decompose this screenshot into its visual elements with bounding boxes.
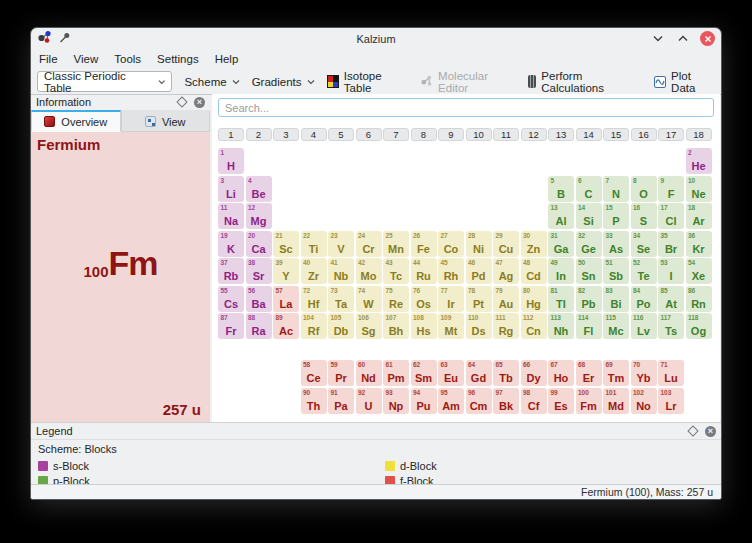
element-cell-Na[interactable]: 11Na [218,203,244,229]
element-cell-Nh[interactable]: 113Nh [548,313,574,339]
element-cell-Al[interactable]: 13Al [548,203,574,229]
element-cell-Zn[interactable]: 30Zn [521,231,547,257]
element-cell-Sg[interactable]: 106Sg [356,313,382,339]
element-cell-F[interactable]: 9F [658,176,684,202]
element-cell-Lv[interactable]: 116Lv [631,313,657,339]
element-cell-Ds[interactable]: 110Ds [466,313,492,339]
menu-settings[interactable]: Settings [157,53,199,65]
element-cell-O[interactable]: 8O [631,176,657,202]
element-cell-Tl[interactable]: 81Tl [548,286,574,312]
menu-tools[interactable]: Tools [114,53,141,65]
element-cell-Eu[interactable]: 63Eu [438,360,464,386]
element-cell-Fm[interactable]: 100Fm [576,388,602,414]
element-cell-Ce[interactable]: 58Ce [301,360,327,386]
element-cell-Sc[interactable]: 21Sc [273,231,299,257]
element-cell-W[interactable]: 74W [356,286,382,312]
search-input[interactable] [218,98,714,117]
perform-calculations-button[interactable]: Perform Calculations [528,70,642,94]
element-cell-Cs[interactable]: 55Cs [218,286,244,312]
element-cell-Rb[interactable]: 37Rb [218,258,244,284]
element-cell-Ru[interactable]: 44Ru [411,258,437,284]
element-cell-Zr[interactable]: 40Zr [301,258,327,284]
element-cell-Os[interactable]: 76Os [411,286,437,312]
element-cell-C[interactable]: 6C [576,176,602,202]
element-cell-B[interactable]: 5B [548,176,574,202]
element-cell-Co[interactable]: 27Co [438,231,464,257]
element-cell-Si[interactable]: 14Si [576,203,602,229]
gradients-menu-button[interactable]: Gradients [252,76,315,88]
menu-file[interactable]: File [39,53,58,65]
close-panel-icon[interactable]: × [705,426,716,437]
element-cell-N[interactable]: 7N [603,176,629,202]
element-cell-Ar[interactable]: 18Ar [686,203,712,229]
element-cell-Mn[interactable]: 25Mn [383,231,409,257]
element-cell-Rn[interactable]: 86Rn [686,286,712,312]
element-cell-Ts[interactable]: 117Ts [658,313,684,339]
element-cell-Bi[interactable]: 83Bi [603,286,629,312]
element-cell-As[interactable]: 33As [603,231,629,257]
element-cell-Ne[interactable]: 10Ne [686,176,712,202]
element-cell-Lr[interactable]: 103Lr [658,388,684,414]
element-cell-Po[interactable]: 84Po [631,286,657,312]
element-cell-Yb[interactable]: 70Yb [631,360,657,386]
element-cell-Pt[interactable]: 78Pt [466,286,492,312]
tab-overview[interactable]: Overview [31,110,121,132]
element-cell-Md[interactable]: 101Md [603,388,629,414]
element-cell-Ni[interactable]: 28Ni [466,231,492,257]
element-cell-Br[interactable]: 35Br [658,231,684,257]
element-cell-Pu[interactable]: 94Pu [411,388,437,414]
plot-data-button[interactable]: Plot Data [654,70,715,94]
element-cell-Ta[interactable]: 73Ta [328,286,354,312]
element-cell-Hs[interactable]: 108Hs [411,313,437,339]
element-cell-No[interactable]: 102No [631,388,657,414]
element-cell-Sb[interactable]: 51Sb [603,258,629,284]
element-cell-Tm[interactable]: 69Tm [603,360,629,386]
element-cell-Cn[interactable]: 112Cn [521,313,547,339]
element-cell-Hg[interactable]: 80Hg [521,286,547,312]
element-cell-Og[interactable]: 118Og [686,313,712,339]
element-cell-Kr[interactable]: 36Kr [686,231,712,257]
element-cell-Er[interactable]: 68Er [576,360,602,386]
float-panel-icon[interactable] [687,425,698,436]
element-cell-Au[interactable]: 79Au [493,286,519,312]
element-cell-Mo[interactable]: 42Mo [356,258,382,284]
element-cell-Rh[interactable]: 45Rh [438,258,464,284]
element-cell-Mg[interactable]: 12Mg [246,203,272,229]
element-cell-At[interactable]: 85At [658,286,684,312]
element-cell-Ag[interactable]: 47Ag [493,258,519,284]
element-cell-He[interactable]: 2He [686,148,712,174]
element-cell-Te[interactable]: 52Te [631,258,657,284]
element-cell-Xe[interactable]: 54Xe [686,258,712,284]
tab-view[interactable]: View [121,110,211,132]
element-cell-Hf[interactable]: 72Hf [301,286,327,312]
element-cell-Pb[interactable]: 82Pb [576,286,602,312]
close-button[interactable] [700,31,715,46]
element-cell-I[interactable]: 53I [658,258,684,284]
element-cell-Nb[interactable]: 41Nb [328,258,354,284]
table-type-select[interactable]: Classic Periodic Table [37,71,172,92]
element-cell-Ca[interactable]: 20Ca [246,231,272,257]
element-cell-Mc[interactable]: 115Mc [603,313,629,339]
element-cell-Ho[interactable]: 67Ho [548,360,574,386]
element-cell-Cd[interactable]: 48Cd [521,258,547,284]
element-cell-Am[interactable]: 95Am [438,388,464,414]
element-cell-K[interactable]: 19K [218,231,244,257]
scheme-menu-button[interactable]: Scheme [184,76,239,88]
element-cell-Fr[interactable]: 87Fr [218,313,244,339]
pin-icon[interactable] [58,30,71,48]
element-cell-Db[interactable]: 105Db [328,313,354,339]
element-cell-Cm[interactable]: 96Cm [466,388,492,414]
element-cell-V[interactable]: 23V [328,231,354,257]
element-cell-Y[interactable]: 39Y [273,258,299,284]
isotope-table-button[interactable]: Isotope Table [327,70,409,94]
element-cell-Ge[interactable]: 32Ge [576,231,602,257]
close-panel-icon[interactable]: × [194,97,205,108]
element-cell-Pr[interactable]: 59Pr [328,360,354,386]
element-cell-Be[interactable]: 4Be [246,176,272,202]
element-cell-Bk[interactable]: 97Bk [493,388,519,414]
maximize-button[interactable] [675,31,691,47]
element-cell-Ga[interactable]: 31Ga [548,231,574,257]
menu-view[interactable]: View [74,53,99,65]
element-cell-La[interactable]: 57La [273,286,299,312]
element-cell-Pd[interactable]: 46Pd [466,258,492,284]
